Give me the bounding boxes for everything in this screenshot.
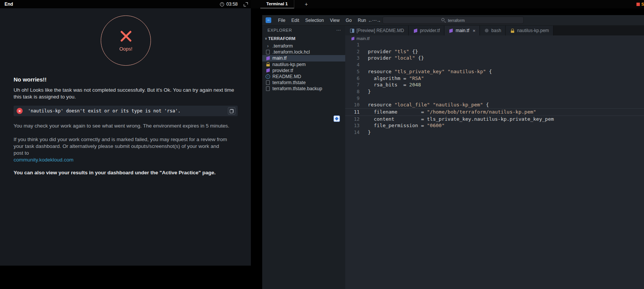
code-line-13[interactable]: 13 file_permission = "0600" [345,122,644,129]
file-terraform.tfstate.backup[interactable]: terraform.tfstate.backup [262,86,345,92]
code-line-2[interactable]: 2provider "tls" {} [345,48,644,55]
file-provider.tf[interactable]: provider.tf [262,68,345,74]
breadcrumb-label[interactable]: main.tf [357,36,370,41]
line-content [364,61,368,68]
terminal-region: Terminal 1 + S FileEditSelectionViewGoRu… [251,0,644,289]
explorer-actions-icon[interactable]: ⋯ [336,28,341,33]
error-message: 'nautilus-kp' doesn't exist or or its ty… [28,108,181,114]
code-line-7[interactable]: 7 rsa_bits = 2048 [345,81,644,88]
copy-button[interactable] [228,107,235,115]
menu-bar: FileEditSelectionViewGoRun [275,18,369,23]
file-label: terraform.tfstate [272,80,306,85]
file-label: provider.tf [272,68,293,73]
line-content: } [364,88,371,95]
code-line-8[interactable]: 8} [345,88,644,95]
line-content: content = tls_private_key.nautilus-kp.pr… [364,116,554,123]
tab-label: main.tf [456,28,469,33]
file-README.MD[interactable]: README.MD [262,74,345,80]
file-nautilus-kp.pem[interactable]: nautilus-kp.pem [262,61,345,68]
menu-edit[interactable]: Edit [288,18,302,23]
result-heading: No worries!! [14,76,47,83]
code-line-14[interactable]: 14} [345,129,644,136]
header-right-group: 03:58 [220,2,248,7]
terminal-tab-1[interactable]: Terminal 1 [260,0,294,8]
terraform-icon [265,55,271,61]
file-label: nautilus-kp.pem [272,62,306,67]
search-value: terraform [448,18,465,23]
line-content: rsa_bits = 2048 [364,81,421,88]
menu-view[interactable]: View [327,18,343,23]
record-label: S [641,2,644,6]
code-line-9[interactable]: 9 [345,95,644,102]
editor-column: [Preview] README.MDprovider.tfmain.tf×ba… [345,26,644,289]
menu-go[interactable]: Go [343,18,355,23]
preview-icon [349,28,355,33]
nav-back-icon[interactable]: ← [368,15,373,26]
editor-tab-[Preview] README.MD[interactable]: [Preview] README.MD [345,26,409,35]
line-number: 4 [345,61,364,68]
code-editor[interactable]: 12provider "tls" {}3provider "local" {}4… [345,42,644,289]
code-line-4[interactable]: 4 [345,61,644,68]
file-tree: .terraform.terraform.lock.hclmain.tfnaut… [262,43,345,92]
close-tab-icon[interactable]: × [473,28,476,33]
line-content: provider "local" {} [364,55,424,61]
file-label: main.tf [272,55,287,61]
task-result-panel: End 03:58 Oops! No worries!! Uh oh! Look… [0,0,251,289]
editor-tab-bash[interactable]: bash [480,26,506,35]
code-line-3[interactable]: 3provider "local" {} [345,55,644,61]
code-line-1[interactable]: 1 [345,42,644,48]
editor-assistant-icon[interactable] [334,115,340,122]
record-square-icon [636,3,640,6]
tab-label: nautilus-kp.pem [517,28,549,33]
line-content: filename = "/home/bob/terraform/nautilus… [364,109,536,115]
community-link[interactable]: community.kodekloud.com [14,157,229,163]
command-search-box[interactable]: terraform [383,17,524,24]
result-paragraph-2: You may check your work again to see wha… [14,123,244,129]
line-number: 1 [345,42,364,48]
editor-tabs-bar: [Preview] README.MDprovider.tfmain.tf×ba… [345,26,644,35]
terraform-icon [350,36,355,41]
copy-icon [230,109,234,113]
menu-run[interactable]: Run [355,18,369,23]
file-label: .terraform [272,43,293,49]
code-line-11[interactable]: 11 filename = "/home/bob/terraform/nauti… [345,108,644,116]
expand-icon[interactable] [244,2,248,6]
line-number: 5 [345,68,364,75]
new-terminal-button[interactable]: + [305,1,308,7]
code-line-6[interactable]: 6 algorithm = "RSA" [345,75,644,82]
timer-icon [220,2,224,6]
explorer-title: EXPLORER [267,28,292,32]
terraform-icon [265,68,271,73]
line-number: 9 [345,95,364,102]
code-line-5[interactable]: 5resource "tls_private_key" "nautilus-kp… [345,68,644,75]
file-.terraform[interactable]: .terraform [262,43,345,49]
bash-icon [484,28,489,33]
code-line-10[interactable]: 10resource "local_file" "nautilus-kp_pem… [345,101,644,108]
workspace-section-header[interactable]: ∨ TERRAFORM [262,35,345,42]
menu-file[interactable]: File [275,18,288,23]
task-header-bar: End 03:58 [0,0,251,8]
line-content: resource "tls_private_key" "nautilus-kp"… [364,68,492,75]
end-button[interactable]: End [5,2,13,7]
line-content: provider "tls" {} [364,48,418,55]
search-icon [441,18,446,22]
menu-selection[interactable]: Selection [302,18,327,23]
error-alert: 'nautilus-kp' doesn't exist or or its ty… [14,106,238,116]
explorer-sidebar: EXPLORER ⋯ ∨ TERRAFORM .terraform.terraf… [262,26,345,289]
breadcrumb: main.tf [345,35,644,42]
tab-label: [Preview] README.MD [357,28,404,33]
file-main.tf[interactable]: main.tf [262,55,345,61]
nav-forward-icon[interactable]: → [376,15,381,26]
recording-indicator: S [636,2,644,6]
vscode-titlebar: FileEditSelectionViewGoRun ⋯ ← → terrafo… [262,15,644,26]
editor-tab-main.tf[interactable]: main.tf× [444,26,480,35]
line-number: 13 [345,122,364,129]
line-number: 2 [345,48,364,55]
editor-tab-nautilus-kp.pem[interactable]: nautilus-kp.pem [506,26,553,35]
code-line-12[interactable]: 12 content = tls_private_key.nautilus-kp… [345,116,644,123]
file-terraform.tfstate[interactable]: terraform.tfstate [262,80,345,86]
file-.terraform.lock.hcl[interactable]: .terraform.lock.hcl [262,49,345,55]
line-number: 12 [345,116,364,123]
editor-tab-provider.tf[interactable]: provider.tf [409,26,444,35]
file-icon [265,49,271,55]
